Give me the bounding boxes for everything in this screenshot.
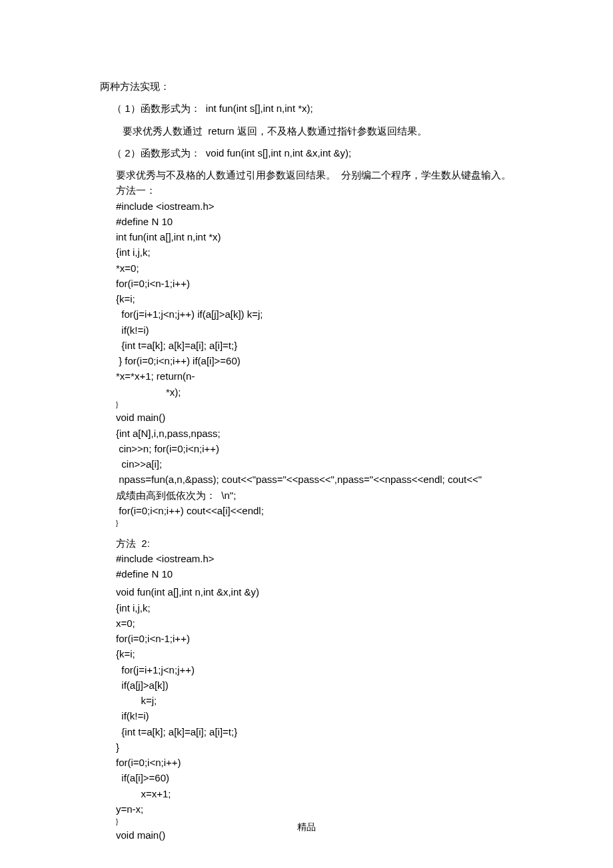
code-line: #include <iostream.h> xyxy=(116,551,613,566)
code-line: #define N 10 xyxy=(116,566,613,582)
method1-desc: 要求优秀人数通过 return 返回，不及格人数通过指针参数返回结果。 xyxy=(100,123,613,139)
code-line: k=j; xyxy=(116,693,613,708)
code-line: {int a[N],i,n,pass,npass; xyxy=(116,426,613,441)
method1-label: 方法一： xyxy=(100,183,613,198)
code-line: for(i=0;i<n;i++) xyxy=(116,755,613,770)
code-line: cin>>a[i]; xyxy=(116,456,613,472)
method2-desc: 要求优秀与不及格的人数通过引用参数返回结果。 分别编二个程序，学生数从键盘输入。 xyxy=(100,167,613,183)
method2-label: 方法 2: xyxy=(100,536,613,551)
document-page: 两种方法实现： （ 1）函数形式为： int fun(int s[],int n… xyxy=(0,0,613,868)
code-line: void main() xyxy=(116,410,613,425)
code-line: 成绩由高到低依次为： \n"; xyxy=(116,488,613,503)
method1-code: #include <iostream.h> #define N 10 int f… xyxy=(100,199,613,529)
code-line: {int t=a[k]; a[k]=a[i]; a[i]=t;} xyxy=(116,724,613,739)
code-line: } xyxy=(116,400,613,410)
code-line: x=x+1; xyxy=(116,786,613,801)
code-line: for(j=i+1;j<n;j++) xyxy=(116,662,613,677)
code-line: {int t=a[k]; a[k]=a[i]; a[i]=t;} xyxy=(116,338,613,353)
code-line: {int i,j,k; xyxy=(116,244,613,260)
code-line: int fun(int a[],int n,int *x) xyxy=(116,229,613,244)
code-line: {int i,j,k; xyxy=(116,600,613,616)
code-line: for(j=i+1;j<n;j++) if(a[j]>a[k]) k=j; xyxy=(116,306,613,322)
code-line: *x=*x+1; return(n- xyxy=(116,368,613,384)
method2-code: #include <iostream.h> #define N 10 void … xyxy=(100,551,613,843)
code-line: for(i=0;i<n;i++) cout<<a[i]<<endl; xyxy=(116,503,613,518)
intro-line: 两种方法实现： xyxy=(100,79,613,94)
code-line: } for(i=0;i<n;i++) if(a[i]>=60) xyxy=(116,353,613,368)
code-line: {k=i; xyxy=(116,291,613,306)
code-line: x=0; xyxy=(116,616,613,631)
code-line: npass=fun(a,n,&pass); cout<<"pass="<<pas… xyxy=(116,472,613,487)
method1-signature: （ 1）函数形式为： int fun(int s[],int n,int *x)… xyxy=(100,101,613,116)
code-line: cin>>n; for(i=0;i<n;i++) xyxy=(116,441,613,456)
code-line: for(i=0;i<n-1;i++) xyxy=(116,276,613,291)
code-line: {k=i; xyxy=(116,646,613,661)
code-line: if(k!=i) xyxy=(116,322,613,338)
code-line: if(a[j]>a[k]) xyxy=(116,677,613,693)
page-footer: 精品 xyxy=(0,821,613,833)
code-line: #define N 10 xyxy=(116,214,613,229)
code-line: for(i=0;i<n-1;i++) xyxy=(116,631,613,646)
code-line: y=n-x; xyxy=(116,801,613,817)
code-line: } xyxy=(116,518,613,529)
code-line: if(k!=i) xyxy=(116,708,613,723)
code-line: #include <iostream.h> xyxy=(116,199,613,214)
method2-signature: （ 2）函数形式为： void fun(int s[],int n,int &x… xyxy=(100,145,613,161)
code-line: } xyxy=(116,739,613,755)
code-line: void fun(int a[],int n,int &x,int &y) xyxy=(116,584,613,600)
code-line: *x); xyxy=(116,384,613,400)
code-line: if(a[i]>=60) xyxy=(116,770,613,785)
code-line: *x=0; xyxy=(116,260,613,276)
